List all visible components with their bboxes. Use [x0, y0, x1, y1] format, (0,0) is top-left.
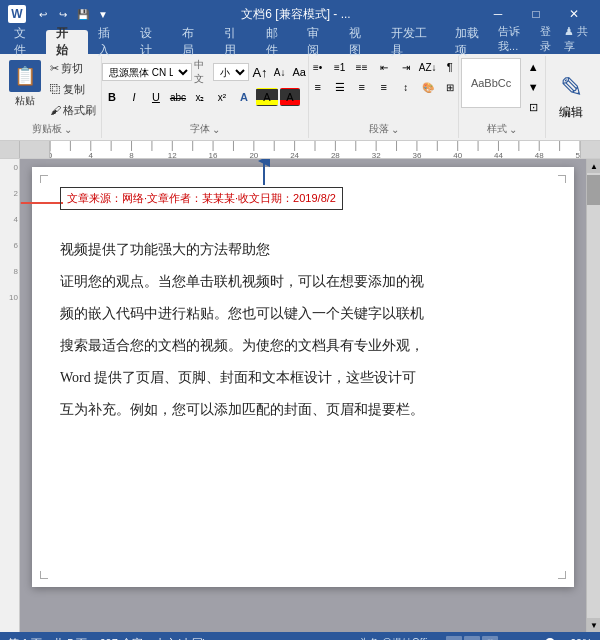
- font-size-select[interactable]: 小二: [213, 63, 249, 81]
- font-content: 思源黑体 CN Light 中文 小二 A↑ A↓ Aa B I U: [102, 58, 308, 120]
- clipboard-content: 📋 粘贴 ✂ 剪切 ⿻ 复制 🖌 格式刷: [5, 58, 99, 120]
- svg-text:40: 40: [453, 151, 462, 158]
- bold-button[interactable]: B: [102, 88, 122, 106]
- styles-down-button[interactable]: ▼: [523, 78, 543, 96]
- tell-me-label[interactable]: 告诉我...: [498, 24, 536, 54]
- borders-button[interactable]: ⊞: [440, 78, 460, 96]
- numbering-button[interactable]: ≡1: [330, 58, 350, 76]
- customize-button[interactable]: ▼: [94, 5, 112, 23]
- read-mode-button[interactable]: 📖: [482, 636, 498, 640]
- print-layout-button[interactable]: ⊡: [446, 636, 462, 640]
- page-info: 第 1 页，共 5 页: [8, 636, 87, 641]
- bullets-button[interactable]: ≡•: [308, 58, 328, 76]
- tab-design[interactable]: 设计: [130, 30, 172, 54]
- increase-font-button[interactable]: A↑: [251, 63, 269, 81]
- ruler: 0481216202428323640444852: [0, 141, 600, 159]
- clipboard-expand-icon[interactable]: ⌄: [64, 124, 72, 135]
- sort-button[interactable]: AZ↓: [418, 58, 438, 76]
- paragraph-expand-icon[interactable]: ⌄: [391, 124, 399, 135]
- svg-text:36: 36: [412, 151, 421, 158]
- align-left-button[interactable]: ≡: [308, 78, 328, 96]
- editing-button[interactable]: ✎ 编辑: [557, 69, 585, 123]
- tab-mailings[interactable]: 邮件: [256, 30, 298, 54]
- line-spacing-button[interactable]: ↕: [396, 78, 416, 96]
- font-family-select[interactable]: 思源黑体 CN Light: [102, 63, 192, 81]
- shading-button[interactable]: 🎨: [418, 78, 438, 96]
- tab-insert[interactable]: 插入: [88, 30, 130, 54]
- ruler-active[interactable]: 0481216202428323640444852: [50, 141, 580, 158]
- copy-button[interactable]: ⿻ 复制: [47, 79, 99, 99]
- ruler-mark-4: 8: [0, 267, 20, 276]
- tab-layout[interactable]: 布局: [172, 30, 214, 54]
- document-area: 0 2 4 6 8 10: [0, 159, 600, 632]
- styles-label-group: 样式 ⌄: [487, 120, 517, 136]
- highlight-button[interactable]: A: [256, 88, 278, 106]
- signin-label[interactable]: 登录: [540, 24, 560, 54]
- tab-view[interactable]: 视图: [339, 30, 381, 54]
- corner-bl: [40, 571, 48, 579]
- show-marks-button[interactable]: ¶: [440, 58, 460, 76]
- tab-file[interactable]: 文件: [4, 30, 46, 54]
- subscript-button[interactable]: x₂: [190, 88, 210, 106]
- paragraph-row-2: ≡ ☰ ≡ ≡ ↕ 🎨 ⊞: [308, 78, 460, 96]
- tab-review[interactable]: 审阅: [297, 30, 339, 54]
- clear-format-button[interactable]: Aa: [290, 63, 308, 81]
- underline-button[interactable]: U: [146, 88, 166, 106]
- multilevel-button[interactable]: ≡≡: [352, 58, 372, 76]
- undo-button[interactable]: ↩: [34, 5, 52, 23]
- tab-home[interactable]: 开始: [46, 30, 88, 54]
- word-icon: W: [8, 5, 26, 23]
- paragraph-label: 段落 ⌄: [369, 120, 399, 136]
- scroll-up-button[interactable]: ▲: [587, 159, 600, 173]
- decrease-font-button[interactable]: A↓: [271, 63, 289, 81]
- strikethrough-button[interactable]: abc: [168, 88, 188, 106]
- corner-tl: [40, 175, 48, 183]
- share-label[interactable]: ♟ 共享: [564, 24, 596, 54]
- cut-button[interactable]: ✂ 剪切: [47, 58, 99, 78]
- tab-developer[interactable]: 开发工具: [381, 30, 445, 54]
- status-right: 头条 @爆妙Office ⊡ ⊞ 📖 69%: [359, 636, 592, 640]
- svg-text:28: 28: [331, 151, 340, 158]
- redo-button[interactable]: ↪: [54, 5, 72, 23]
- editing-icon: ✎: [560, 71, 583, 104]
- font-expand-icon[interactable]: ⌄: [212, 124, 220, 135]
- editing-label: 编辑: [559, 104, 583, 121]
- tab-references[interactable]: 引用: [214, 30, 256, 54]
- styles-more-button[interactable]: ⊡: [523, 98, 543, 116]
- strike-icon: abc: [170, 92, 186, 103]
- save-button[interactable]: 💾: [74, 5, 92, 23]
- scroll-area: 文章来源：网络·文章作者：某某某·收文日期：2019/8/2 视频提供了功能强大…: [20, 159, 586, 632]
- tab-addins[interactable]: 加载项: [445, 30, 498, 54]
- scroll-thumb[interactable]: [587, 175, 600, 205]
- editing-content: ✎ 编辑: [557, 58, 585, 134]
- watermark-source: 头条 @爆妙Office: [359, 636, 438, 640]
- paste-button[interactable]: 📋 粘贴: [5, 58, 45, 110]
- svg-text:0: 0: [50, 151, 53, 158]
- increase-indent-button[interactable]: ⇥: [396, 58, 416, 76]
- styles-gallery[interactable]: AaBbCc: [461, 58, 521, 108]
- scroll-down-button[interactable]: ▼: [587, 618, 600, 632]
- align-right-button[interactable]: ≡: [352, 78, 372, 96]
- align-center-button[interactable]: ☰: [330, 78, 350, 96]
- right-scrollbar[interactable]: ▲ ▼: [586, 159, 600, 632]
- document-title: 文档6 [兼容模式] - ...: [112, 6, 480, 23]
- svg-text:24: 24: [290, 151, 299, 158]
- font-color-button[interactable]: A: [280, 88, 300, 106]
- styles-up-button[interactable]: ▲: [523, 58, 543, 76]
- italic-button[interactable]: I: [124, 88, 144, 106]
- svg-text:12: 12: [168, 151, 177, 158]
- styles-expand-icon[interactable]: ⌄: [509, 124, 517, 135]
- text-effect-button[interactable]: A: [234, 88, 254, 106]
- styles-label: AaBbCc: [471, 77, 511, 89]
- left-arrow-svg: [20, 193, 65, 213]
- doc-para-6: 互为补充。例如，您可以添加匹配的封面、页眉和提要栏。: [60, 396, 546, 424]
- word-icon-w: W: [11, 7, 22, 21]
- decrease-indent-button[interactable]: ⇤: [374, 58, 394, 76]
- web-layout-button[interactable]: ⊞: [464, 636, 480, 640]
- justify-button[interactable]: ≡: [374, 78, 394, 96]
- scroll-track: [587, 173, 600, 618]
- corner-tr: [558, 175, 566, 183]
- document-text[interactable]: 视频提供了功能强大的方法帮助您 证明您的观点。当您单击联机视频时，可以在想要添加…: [60, 236, 546, 424]
- superscript-button[interactable]: x²: [212, 88, 232, 106]
- format-painter-button[interactable]: 🖌 格式刷: [47, 100, 99, 120]
